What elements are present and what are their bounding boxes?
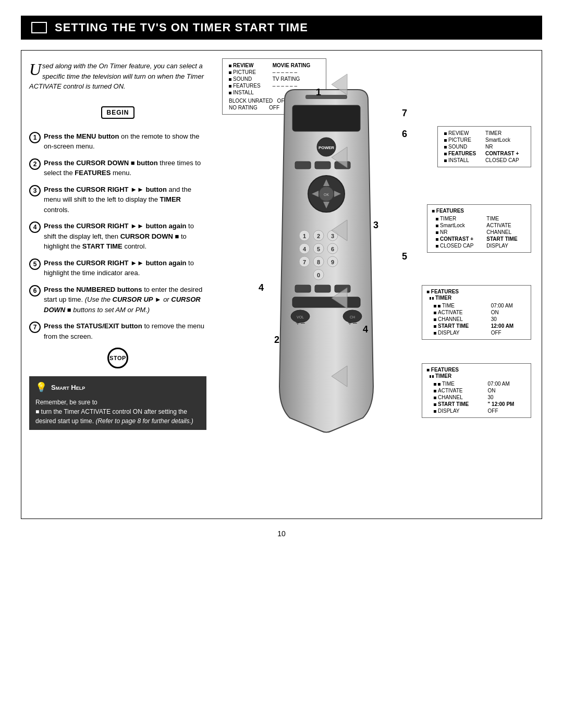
step-5-circle: 5 bbox=[29, 258, 41, 270]
remote-area: REVIEWMOVIE RATING PICTURE– – – – – – SO… bbox=[217, 58, 534, 434]
svg-rect-37 bbox=[335, 285, 350, 292]
svg-text:–: – bbox=[353, 318, 357, 327]
step-1-circle: 1 bbox=[29, 132, 41, 143]
svg-rect-35 bbox=[295, 285, 311, 292]
svg-rect-38 bbox=[292, 297, 360, 307]
step-2-circle: 2 bbox=[29, 158, 41, 170]
step-3-text: Press the CURSOR RIGHT ►► button and the… bbox=[44, 184, 206, 215]
menu-screen-3: ■ FEATURES TIMERTIME SmartLockACTIVATE N… bbox=[427, 204, 531, 253]
svg-text:1: 1 bbox=[303, 233, 306, 239]
smart-help-label: Smart Help bbox=[51, 382, 85, 393]
svg-rect-6 bbox=[335, 162, 350, 169]
svg-text:POWER: POWER bbox=[319, 145, 334, 150]
step-5: 5 Press the CURSOR RIGHT ►► button again… bbox=[29, 258, 206, 278]
svg-text:9: 9 bbox=[331, 259, 334, 265]
step-label-4-b: 4 bbox=[363, 324, 368, 335]
page-wrapper: SETTING THE TV'S ON TIMER START TIME U s… bbox=[0, 0, 563, 728]
intro-body: sed along with the On Timer feature, you… bbox=[29, 62, 204, 90]
step-3-circle: 3 bbox=[29, 185, 41, 196]
step-label-6: 6 bbox=[402, 129, 407, 140]
step-label-3: 3 bbox=[373, 220, 378, 231]
stop-circle: STOP bbox=[107, 348, 128, 368]
svg-text:7: 7 bbox=[303, 259, 306, 265]
svg-text:+: + bbox=[296, 318, 300, 327]
step-5-text: Press the CURSOR RIGHT ►► button again t… bbox=[44, 258, 206, 278]
menu-screen-4: ■ FEATURES TIMER TIME07:00 AM ACTIVATEON… bbox=[422, 285, 531, 340]
step-1: 1 Press the MENU button on the remote to… bbox=[29, 131, 206, 152]
smart-help-content: Remember, be sure to ■ turn the Timer AC… bbox=[35, 398, 200, 426]
right-panel: REVIEWMOVIE RATING PICTURE– – – – – – SO… bbox=[217, 58, 534, 511]
svg-text:–: – bbox=[301, 318, 305, 327]
step-1-text: Press the MENU button on the remote to s… bbox=[44, 131, 206, 152]
svg-text:OK: OK bbox=[324, 193, 329, 196]
step-2-text: Press the CURSOR DOWN ■ button three tim… bbox=[44, 158, 206, 178]
step-label-5: 5 bbox=[402, 251, 407, 262]
menu-screen-2: REVIEWTIMER PICTURESmartLock SOUNDNR FEA… bbox=[437, 126, 531, 167]
step-6-text: Press the NUMBERED buttons to enter the … bbox=[44, 285, 206, 315]
step-6-circle: 6 bbox=[29, 285, 41, 297]
svg-rect-36 bbox=[315, 285, 331, 292]
left-panel: U sed along with the On Timer feature, y… bbox=[29, 58, 206, 511]
svg-text:6: 6 bbox=[331, 246, 334, 252]
intro-text: U sed along with the On Timer feature, y… bbox=[29, 58, 206, 94]
stop-badge-area: STOP bbox=[29, 348, 206, 368]
step-4: 4 Press the CURSOR RIGHT ►► button again… bbox=[29, 221, 206, 252]
svg-text:4: 4 bbox=[303, 246, 307, 252]
lightbulb-icon: 💡 bbox=[35, 380, 47, 394]
page-number: 10 bbox=[21, 529, 542, 538]
drop-cap: U bbox=[29, 61, 41, 78]
step-label-7: 7 bbox=[402, 108, 407, 119]
main-content: U sed along with the On Timer feature, y… bbox=[21, 50, 542, 519]
svg-text:8: 8 bbox=[317, 259, 320, 265]
step-3: 3 Press the CURSOR RIGHT ►► button and t… bbox=[29, 184, 206, 215]
step-2: 2 Press the CURSOR DOWN ■ button three t… bbox=[29, 158, 206, 178]
page-header: SETTING THE TV'S ON TIMER START TIME bbox=[21, 16, 542, 40]
smart-help-box: 💡 Smart Help Remember, be sure to ■ turn… bbox=[29, 376, 206, 430]
svg-rect-4 bbox=[295, 162, 311, 169]
step-7-circle: 7 bbox=[29, 322, 41, 333]
svg-text:+: + bbox=[348, 318, 352, 327]
step-7: 7 Press the STATUS/EXIT button to remove… bbox=[29, 321, 206, 341]
svg-text:3: 3 bbox=[331, 233, 334, 239]
step-6: 6 Press the NUMBERED buttons to enter th… bbox=[29, 285, 206, 315]
step-7-text: Press the STATUS/EXIT button to remove t… bbox=[44, 321, 206, 341]
tv-icon bbox=[31, 22, 47, 33]
svg-rect-1 bbox=[292, 105, 360, 131]
remote-control: POWER bbox=[259, 84, 405, 440]
svg-text:5: 5 bbox=[317, 246, 320, 252]
step-4-circle: 4 bbox=[29, 221, 41, 233]
svg-text:0: 0 bbox=[317, 272, 320, 278]
step-label-1: 1 bbox=[316, 87, 321, 98]
svg-text:2: 2 bbox=[317, 233, 320, 239]
menu-screen-5: ■ FEATURES TIMER TIME07:00 AM ACTIVATEON… bbox=[422, 363, 531, 418]
svg-rect-5 bbox=[315, 162, 331, 169]
begin-badge: BEGIN bbox=[101, 106, 134, 119]
page-title: SETTING THE TV'S ON TIMER START TIME bbox=[55, 21, 308, 34]
smart-help-title: 💡 Smart Help bbox=[35, 380, 200, 394]
step-label-4-a: 4 bbox=[259, 282, 264, 293]
step-4-text: Press the CURSOR RIGHT ►► button again t… bbox=[44, 221, 206, 252]
svg-rect-0 bbox=[305, 95, 347, 99]
step-label-2: 2 bbox=[274, 335, 279, 346]
